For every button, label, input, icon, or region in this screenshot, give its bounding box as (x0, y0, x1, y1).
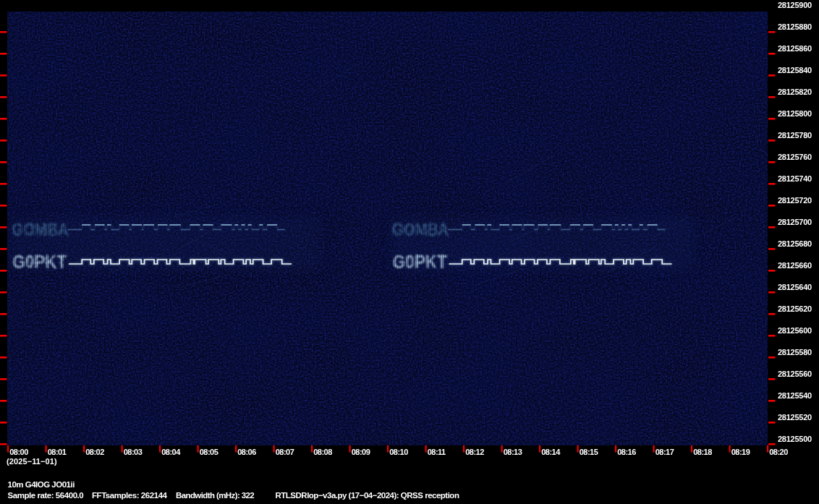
svg-text:Sample rate: 56400.0: Sample rate: 56400.0 (8, 491, 84, 500)
svg-text:28125640: 28125640 (778, 283, 812, 291)
svg-text:28125500: 28125500 (778, 435, 812, 443)
svg-text:RTLSDRlop−v3a.py (17−04−2024):: RTLSDRlop−v3a.py (17−04−2024): QRSS rece… (276, 491, 459, 500)
svg-text:08:13: 08:13 (504, 448, 522, 456)
svg-text:08:10: 08:10 (389, 448, 408, 456)
svg-text:28125540: 28125540 (778, 391, 812, 400)
svg-text:08:05: 08:05 (200, 448, 218, 456)
svg-text:08:04: 08:04 (161, 448, 181, 456)
svg-text:28125740: 28125740 (778, 174, 812, 183)
svg-text:08:06: 08:06 (237, 448, 256, 456)
svg-text:28125780: 28125780 (778, 131, 812, 140)
svg-text:08:02: 08:02 (85, 448, 104, 456)
svg-text:28125840: 28125840 (778, 66, 812, 74)
svg-text:28125900: 28125900 (778, 1, 812, 9)
svg-text:28125720: 28125720 (778, 196, 812, 205)
svg-text:GOMBA: GOMBA (11, 219, 68, 238)
svg-text:08:17: 08:17 (655, 448, 674, 456)
svg-text:08:09: 08:09 (352, 448, 370, 456)
svg-text:08:08: 08:08 (313, 448, 332, 456)
svg-text:28125700: 28125700 (778, 218, 812, 226)
svg-text:28125660: 28125660 (778, 261, 812, 270)
svg-text:28125800: 28125800 (778, 109, 812, 118)
svg-text:28125760: 28125760 (778, 153, 812, 161)
svg-text:28125880: 28125880 (778, 22, 812, 31)
svg-text:10m G4IOG JO01ii: 10m G4IOG JO01ii (8, 480, 75, 489)
svg-text:FFTsamples: 262144: FFTsamples: 262144 (92, 491, 168, 500)
svg-text:08:15: 08:15 (580, 448, 598, 456)
svg-text:08:00: 08:00 (9, 448, 28, 456)
svg-text:08:19: 08:19 (731, 448, 750, 456)
svg-text:G0PKT: G0PKT (12, 250, 67, 272)
svg-text:08:20: 08:20 (769, 448, 788, 456)
svg-text:08:14: 08:14 (541, 448, 561, 456)
svg-text:GOMBA: GOMBA (391, 219, 448, 238)
svg-text:G0PKT: G0PKT (392, 250, 446, 272)
svg-text:28125820: 28125820 (778, 87, 812, 96)
svg-text:08:11: 08:11 (428, 448, 446, 456)
svg-text:08:07: 08:07 (276, 448, 294, 456)
svg-text:08:18: 08:18 (693, 448, 712, 456)
svg-text:08:01: 08:01 (48, 448, 67, 456)
svg-text:28125600: 28125600 (778, 326, 812, 335)
svg-text:08:03: 08:03 (124, 448, 143, 456)
svg-text:Bandwidth (mHz): 322: Bandwidth (mHz): 322 (176, 491, 254, 500)
svg-text:08:12: 08:12 (465, 448, 484, 456)
svg-text:28125620: 28125620 (778, 304, 812, 313)
svg-text:28125680: 28125680 (778, 239, 812, 248)
svg-text:(2025−11−01): (2025−11−01) (7, 457, 57, 466)
svg-text:28125860: 28125860 (778, 44, 812, 53)
svg-text:08:16: 08:16 (617, 448, 636, 456)
svg-text:28125520: 28125520 (778, 413, 812, 422)
svg-text:28125560: 28125560 (778, 370, 812, 378)
svg-text:28125580: 28125580 (778, 348, 812, 356)
